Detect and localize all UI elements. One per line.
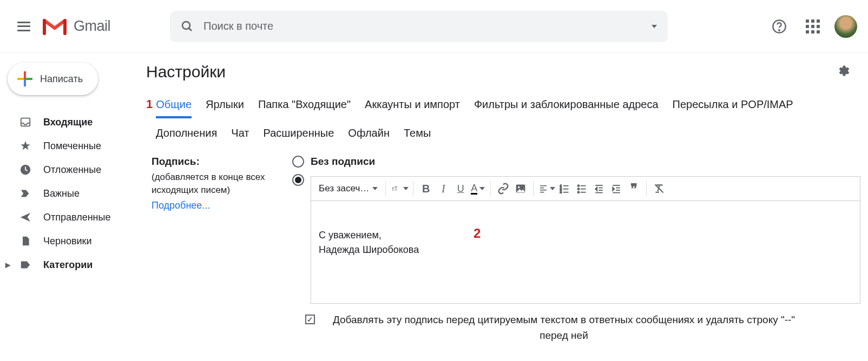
tab-filters[interactable]: Фильтры и заблокированные адреса bbox=[474, 98, 659, 116]
caret-down-icon bbox=[372, 187, 378, 190]
signature-setting: Подпись: (добавляется в конце всех исход… bbox=[146, 156, 860, 343]
tab-inbox[interactable]: Папка "Входящие" bbox=[258, 98, 351, 116]
text-color-button[interactable]: A bbox=[470, 180, 486, 197]
draft-icon bbox=[19, 235, 31, 247]
bullet-list-button[interactable] bbox=[574, 180, 590, 197]
sidebar-item-categories[interactable]: ▸ Категории bbox=[0, 253, 146, 277]
tab-accounts[interactable]: Аккаунты и импорт bbox=[365, 98, 460, 116]
image-button[interactable] bbox=[512, 180, 529, 197]
font-size-button[interactable]: тТ bbox=[390, 180, 409, 197]
separator bbox=[646, 181, 647, 196]
annotation-1: 1 bbox=[146, 97, 153, 111]
separator bbox=[385, 181, 386, 196]
sidebar-item-drafts[interactable]: Черновики bbox=[0, 229, 146, 253]
svg-text:1: 1 bbox=[560, 184, 562, 188]
signature-title: Подпись: bbox=[152, 156, 292, 168]
search-icon bbox=[181, 20, 194, 33]
align-icon bbox=[538, 184, 549, 193]
indent-more-button[interactable] bbox=[608, 180, 624, 197]
help-button[interactable] bbox=[767, 15, 791, 38]
sidebar-item-label: Важные bbox=[43, 188, 80, 199]
numbered-list-icon: 123 bbox=[559, 184, 570, 193]
font-size-icon: тТ bbox=[390, 184, 402, 193]
tab-offline[interactable]: Офлайн bbox=[348, 127, 390, 139]
tab-addons[interactable]: Дополнения bbox=[156, 127, 217, 139]
account-avatar[interactable] bbox=[834, 15, 857, 38]
svg-line-1 bbox=[189, 28, 192, 31]
apps-button[interactable] bbox=[801, 15, 825, 38]
svg-text:2: 2 bbox=[560, 188, 562, 191]
remove-format-icon bbox=[653, 183, 665, 194]
caret-down-icon bbox=[479, 187, 485, 190]
quote-button[interactable]: ❞ bbox=[626, 180, 642, 197]
radio-no-signature-label: Без подписи bbox=[311, 156, 375, 168]
search-bar[interactable] bbox=[170, 11, 668, 42]
numbered-list-button[interactable]: 123 bbox=[556, 180, 573, 197]
signature-desc: (добавляется в конце всех исходящих писе… bbox=[152, 171, 292, 197]
inbox-icon bbox=[19, 116, 31, 128]
signature-body: Без подписи Без засеч… тТ bbox=[292, 156, 860, 343]
tab-general-wrap: 1 Общие bbox=[146, 97, 192, 118]
link-button[interactable] bbox=[495, 180, 511, 197]
signature-line2: Надежда Широбокова bbox=[319, 243, 852, 257]
signature-editor: Без засеч… тТ B I U A bbox=[311, 176, 860, 304]
signature-toolbar: Без засеч… тТ B I U A bbox=[311, 176, 860, 201]
tab-general[interactable]: Общие bbox=[156, 98, 192, 118]
hamburger-icon bbox=[17, 22, 30, 31]
page-title: Настройки bbox=[146, 63, 226, 81]
sidebar-item-starred[interactable]: Помеченные bbox=[0, 134, 146, 158]
signature-line1: С уважением, bbox=[319, 228, 852, 243]
svg-text:тТ: тТ bbox=[392, 185, 398, 192]
settings-gear-button[interactable] bbox=[837, 64, 851, 80]
svg-point-3 bbox=[779, 30, 780, 31]
main-title-row: Настройки bbox=[146, 63, 860, 81]
sidebar-item-label: Отправленные bbox=[43, 212, 111, 223]
bullet-list-icon bbox=[576, 184, 587, 193]
sidebar: Написать Входящие Помеченные Отложенные … bbox=[0, 53, 146, 359]
underline-button[interactable]: U bbox=[452, 180, 469, 197]
signature-textarea[interactable]: С уважением, Надежда Широбокова 2 bbox=[311, 201, 860, 304]
tab-advanced[interactable]: Расширенные bbox=[263, 127, 334, 139]
logo-text: Gmail bbox=[74, 18, 110, 35]
search-options-caret-icon[interactable] bbox=[652, 25, 657, 28]
separator bbox=[413, 181, 413, 196]
tab-labels[interactable]: Ярлыки bbox=[206, 98, 244, 116]
help-icon bbox=[772, 19, 787, 34]
search-input[interactable] bbox=[203, 20, 652, 32]
sidebar-item-snoozed[interactable]: Отложенные bbox=[0, 158, 146, 182]
bold-button[interactable]: B bbox=[418, 180, 434, 197]
apps-grid-icon bbox=[806, 19, 820, 34]
main-menu-button[interactable] bbox=[11, 14, 37, 39]
remove-format-button[interactable] bbox=[651, 180, 667, 197]
link-icon bbox=[497, 183, 509, 195]
align-button[interactable] bbox=[538, 180, 555, 197]
nav-list: Входящие Помеченные Отложенные Важные От… bbox=[0, 110, 146, 277]
signature-label-col: Подпись: (добавляется в конце всех исход… bbox=[146, 156, 292, 343]
indent-less-icon bbox=[594, 184, 604, 193]
signature-before-quote-label: Добавлять эту подпись перед цитируемым т… bbox=[320, 312, 807, 343]
signature-learn-more-link[interactable]: Подробнее... bbox=[152, 200, 210, 211]
font-family-select[interactable]: Без засеч… bbox=[315, 183, 381, 194]
indent-more-icon bbox=[611, 184, 622, 193]
svg-text:3: 3 bbox=[560, 191, 562, 193]
sidebar-item-important[interactable]: Важные bbox=[0, 182, 146, 205]
svg-point-19 bbox=[578, 185, 580, 186]
gear-icon bbox=[837, 64, 851, 78]
sidebar-item-inbox[interactable]: Входящие bbox=[0, 110, 146, 134]
tab-themes[interactable]: Темы bbox=[404, 127, 431, 139]
indent-less-button[interactable] bbox=[591, 180, 607, 197]
signature-before-quote-checkbox[interactable] bbox=[305, 315, 315, 324]
radio-no-signature[interactable] bbox=[292, 156, 304, 168]
tab-chat[interactable]: Чат bbox=[231, 127, 249, 139]
logo[interactable]: Gmail bbox=[42, 17, 110, 36]
sidebar-item-label: Черновики bbox=[43, 236, 92, 247]
radio-with-signature[interactable] bbox=[292, 174, 304, 186]
star-icon bbox=[19, 140, 31, 152]
compose-button[interactable]: Написать bbox=[8, 63, 98, 95]
italic-button[interactable]: I bbox=[435, 180, 451, 197]
svg-point-8 bbox=[518, 186, 520, 188]
tab-forwarding[interactable]: Пересылка и POP/IMAP bbox=[673, 98, 793, 116]
header: Gmail bbox=[0, 0, 868, 53]
sidebar-item-label: Входящие bbox=[43, 117, 93, 128]
sidebar-item-sent[interactable]: Отправленные bbox=[0, 205, 146, 229]
